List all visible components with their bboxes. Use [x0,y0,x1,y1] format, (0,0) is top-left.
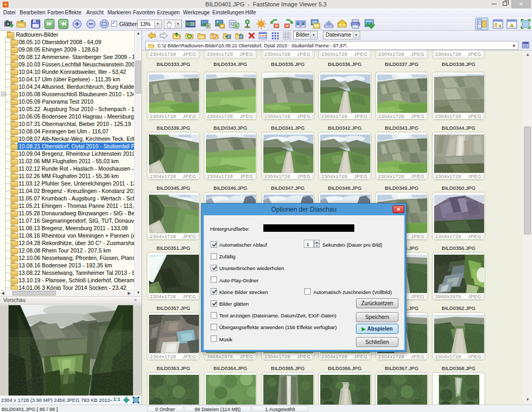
svg-text:S: S [235,23,237,28]
